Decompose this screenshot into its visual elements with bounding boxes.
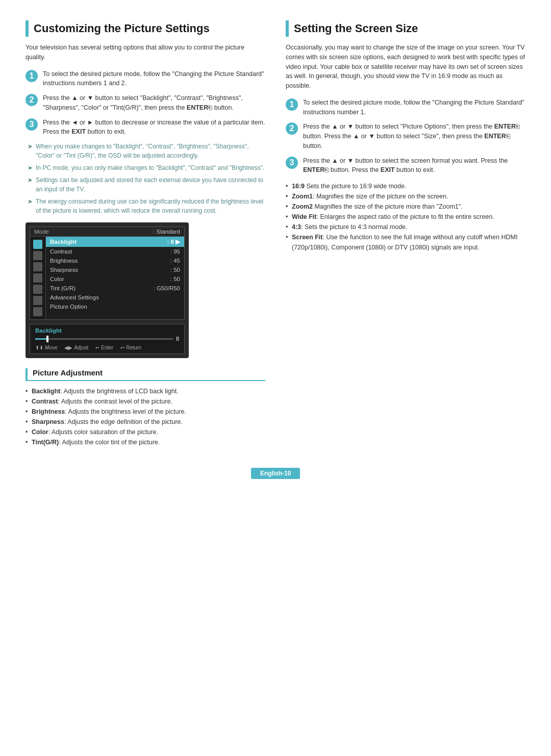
footer-badge: English-10 xyxy=(251,468,300,479)
slider-track xyxy=(35,338,173,340)
osd-row-option: Picture Option xyxy=(46,302,184,311)
step-1-number: 1 xyxy=(26,70,38,82)
osd-row-advanced-label: Advanced Settings xyxy=(50,294,99,300)
picture-adjustment-list: Backlight: Adjusts the brightness of LCD… xyxy=(26,386,265,447)
osd-row-contrast-value: : 95 xyxy=(170,248,180,255)
adj-item-contrast: Contrast: Adjusts the contrast level of … xyxy=(26,396,265,407)
osd-row-color: Color : 50 xyxy=(46,274,184,284)
osd-row-option-label: Picture Option xyxy=(50,304,87,310)
osd-row-contrast: Contrast : 95 xyxy=(46,247,184,256)
note-1-text: When you make changes to "Backlight", "C… xyxy=(36,142,265,160)
osd-row-sharpness-value: : 50 xyxy=(170,267,180,273)
adj-item-color: Color: Adjusts color saturation of the p… xyxy=(26,427,265,437)
osd-row-brightness-value: : 45 xyxy=(170,258,180,264)
osd-slider-track: 8 xyxy=(35,336,179,342)
osd-icon-3 xyxy=(33,262,42,271)
notes-list: ➤ When you make changes to "Backlight", … xyxy=(26,142,265,215)
screen-size-bullets: 16:9 Sets the picture to 16:9 wide mode.… xyxy=(286,181,525,253)
osd-row-tint-value: : G50/R50 xyxy=(154,285,180,291)
osd-row-brightness-label: Brightness xyxy=(50,258,78,264)
adj-item-backlight: Backlight: Adjusts the brightness of LCD… xyxy=(26,386,265,396)
osd-nav-move: ⬆⬇ Move xyxy=(35,345,57,350)
osd-row-color-label: Color xyxy=(50,276,64,282)
left-intro-text: Your television has several setting opti… xyxy=(26,43,265,62)
right-step-1-number: 1 xyxy=(286,98,298,111)
osd-nav-row: ⬆⬇ Move ◀▶ Adjust ↵ Enter ↩ Return xyxy=(35,345,179,350)
step-3-number: 3 xyxy=(26,118,38,131)
right-step-2: 2 Press the ▲ or ▼ button to select "Pic… xyxy=(286,122,525,150)
osd-icon-6 xyxy=(33,296,42,305)
osd-row-backlight-value: : 8 ▶ xyxy=(167,238,180,245)
right-step-3-text: Press the ▲ or ▼ button to select the sc… xyxy=(303,156,525,175)
left-section-title: Customizing the Picture Settings xyxy=(34,22,210,35)
bullet-widefit: Wide Fit: Enlarges the aspect ratio of t… xyxy=(286,212,525,222)
osd-icon-4 xyxy=(33,273,42,283)
adj-item-brightness: Brightness: Adjusts the brightness level… xyxy=(26,407,265,417)
bullet-screenfit: Screen Fit: Use the function to see the … xyxy=(286,232,525,253)
osd-menu-items: Backlight : 8 ▶ Contrast : 95 Brightness… xyxy=(45,237,184,319)
osd-row-sharpness-label: Sharpness xyxy=(50,267,78,273)
osd-row-tint-label: Tint (G/R) xyxy=(50,285,76,291)
bullet-zoom1: Zoom1: Magnifies the size of the picture… xyxy=(286,191,525,201)
right-step-1-text: To select the desired picture mode, foll… xyxy=(303,98,525,117)
osd-main-area: Backlight : 8 ▶ Contrast : 95 Brightness… xyxy=(30,237,184,319)
osd-slider-panel: Backlight 8 ⬆⬇ Move ◀▶ Adjust xyxy=(30,324,185,354)
osd-icon-1 xyxy=(33,240,42,249)
right-step-2-number: 2 xyxy=(286,122,298,135)
step-1-text: To select the desired picture mode, foll… xyxy=(43,69,265,89)
step-3: 3 Press the ◄ or ► button to decrease or… xyxy=(26,118,265,137)
osd-menu-panel: Mode : Standard xyxy=(30,226,185,320)
osd-slider-label: Backlight xyxy=(35,327,179,334)
osd-row-brightness: Brightness : 45 xyxy=(46,256,184,265)
left-column: Customizing the Picture Settings Your te… xyxy=(26,20,265,447)
right-title-accent xyxy=(286,20,289,37)
right-step-1: 1 To select the desired picture mode, fo… xyxy=(286,98,525,117)
step-2: 2 Press the ▲ or ▼ button to select "Bac… xyxy=(26,93,265,113)
osd-nav-adjust: ◀▶ Adjust xyxy=(64,345,88,350)
note-arrow-icon: ➤ xyxy=(28,163,33,172)
page-layout: Customizing the Picture Settings Your te… xyxy=(26,20,525,447)
osd-nav-return: ↩ Return xyxy=(120,345,141,350)
right-section-title: Setting the Screen Size xyxy=(294,22,418,35)
osd-row-backlight: Backlight : 8 ▶ xyxy=(46,237,184,247)
note-1: ➤ When you make changes to "Backlight", … xyxy=(28,142,265,160)
step-2-number: 2 xyxy=(26,94,38,106)
bullet-zoom2: Zoom2 Magnifies the size of the picture … xyxy=(286,201,525,212)
step-3-text: Press the ◄ or ► button to decrease or i… xyxy=(43,118,265,137)
osd-container: Mode : Standard xyxy=(26,222,189,358)
note-arrow-icon: ➤ xyxy=(28,142,33,151)
step-1: 1 To select the desired picture mode, fo… xyxy=(26,69,265,89)
note-arrow-icon: ➤ xyxy=(28,197,33,206)
osd-row-color-value: : 50 xyxy=(170,276,180,282)
step-2-text: Press the ▲ or ▼ button to select "Backl… xyxy=(43,93,265,113)
osd-icon-7 xyxy=(33,307,42,316)
bullet-169: 16:9 Sets the picture to 16:9 wide mode. xyxy=(286,181,525,191)
bullet-43: 4:3: Sets the picture to 4:3 normal mode… xyxy=(286,222,525,232)
right-column: Setting the Screen Size Occasionally, yo… xyxy=(286,20,525,447)
picture-adjustment-section: Picture Adjustment Backlight: Adjusts th… xyxy=(26,368,265,447)
osd-row-sharpness: Sharpness : 50 xyxy=(46,265,184,274)
note-arrow-icon: ➤ xyxy=(28,175,33,185)
osd-mode-row: Mode : Standard xyxy=(30,227,184,237)
right-intro-text: Occasionally, you may want to change the… xyxy=(286,43,525,91)
title-accent xyxy=(26,20,29,37)
osd-slider-value: 8 xyxy=(176,336,179,342)
right-step-3: 3 Press the ▲ or ▼ button to select the … xyxy=(286,156,525,175)
osd-row-contrast-label: Contrast xyxy=(50,248,72,255)
note-4: ➤ The energy consumed during use can be … xyxy=(28,197,265,215)
page-footer: English-10 xyxy=(26,468,525,479)
left-section-title-bar: Customizing the Picture Settings xyxy=(26,20,265,37)
picture-adjustment-title: Picture Adjustment xyxy=(26,368,265,381)
slider-fill xyxy=(35,338,46,340)
osd-icon-2 xyxy=(33,251,42,260)
note-2: ➤ In PC mode, you can only make changes … xyxy=(28,163,265,172)
note-3: ➤ Settings can be adjusted and stored fo… xyxy=(28,175,265,194)
adjust-icon: ◀▶ xyxy=(64,345,72,350)
right-section-title-bar: Setting the Screen Size xyxy=(286,20,525,37)
osd-mode-value: : Standard xyxy=(153,229,180,235)
note-4-text: The energy consumed during use can be si… xyxy=(36,197,265,215)
osd-nav-enter: ↵ Enter xyxy=(95,345,113,350)
osd-row-advanced: Advanced Settings xyxy=(46,293,184,302)
osd-icons-col xyxy=(30,237,45,319)
slider-thumb xyxy=(46,336,48,342)
